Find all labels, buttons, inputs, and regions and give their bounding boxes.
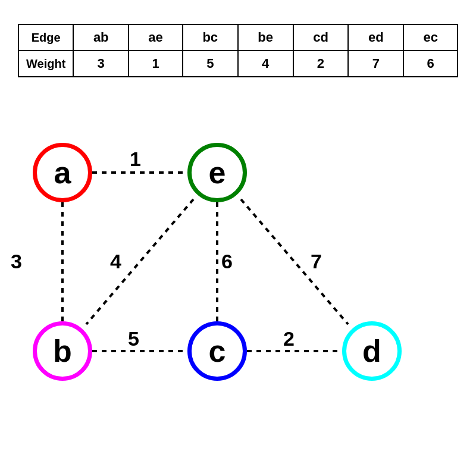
table-header-bc: bc	[183, 24, 238, 51]
table-header-ab: ab	[73, 24, 129, 51]
edge-label-ec: 6	[221, 250, 233, 273]
edge-label-bc: 5	[128, 327, 139, 350]
table-weight-bc: 5	[183, 51, 238, 77]
table-header-edge: Edge	[18, 24, 73, 51]
table-weight-label: Weight	[18, 51, 73, 77]
table-weight-cd: 2	[293, 51, 349, 77]
table-header-cd: cd	[293, 24, 349, 51]
node-e: e	[187, 143, 247, 202]
edge-ed	[241, 199, 348, 324]
table-weight-ae: 1	[129, 51, 183, 77]
edge-label-ae: 1	[130, 148, 141, 171]
edge-label-cd: 2	[283, 327, 295, 350]
node-b: b	[33, 321, 92, 381]
table-header-ed: ed	[348, 24, 403, 51]
table-header-ae: ae	[129, 24, 183, 51]
table-weight-be: 4	[238, 51, 293, 77]
node-c: c	[187, 321, 247, 381]
table-header-be: be	[238, 24, 293, 51]
graph-area: a e b c d 1 3 4 6 7 5 2	[0, 119, 476, 464]
edge-be	[86, 199, 193, 324]
node-d: d	[342, 321, 402, 381]
table-weight-ec: 6	[403, 51, 458, 77]
edge-label-ab: 3	[11, 250, 22, 273]
edge-label-be: 4	[110, 250, 121, 273]
table-weight-ab: 3	[73, 51, 129, 77]
table-header-ec: ec	[403, 24, 458, 51]
table-weight-ed: 7	[348, 51, 403, 77]
node-a: a	[33, 143, 92, 202]
edge-label-ed: 7	[311, 250, 322, 273]
edge-weight-table: Edge ab ae bc be cd ed ec Weight 3 1 5 4…	[18, 24, 458, 77]
